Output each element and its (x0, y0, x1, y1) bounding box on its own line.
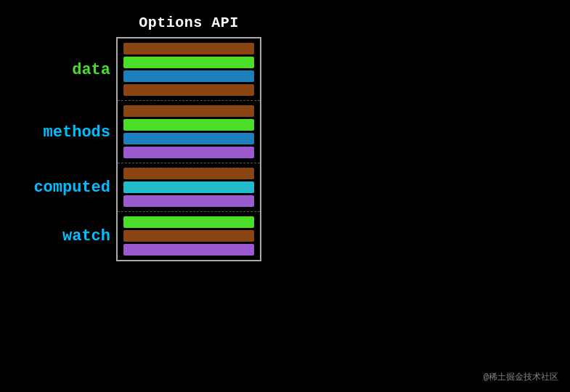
bars-group-data (118, 38, 260, 100)
bar (123, 105, 254, 117)
bar (123, 133, 254, 144)
bar (123, 147, 254, 158)
section-label-watch: watch (30, 227, 110, 245)
section-data: data (118, 38, 260, 100)
bar (123, 216, 254, 228)
bar (123, 43, 254, 54)
watermark-line1: @稀土掘金技术社区 (484, 371, 558, 383)
options-box: data methods computed (116, 37, 261, 261)
bar (123, 244, 254, 256)
section-label-data: data (30, 60, 110, 78)
section-watch: watch (118, 212, 260, 260)
bar (123, 168, 254, 179)
section-methods: methods (118, 101, 260, 163)
bars-group-watch (118, 212, 260, 260)
bar (123, 230, 254, 242)
bar (123, 57, 254, 68)
bars-group-methods (118, 101, 260, 163)
section-computed: computed (118, 163, 260, 211)
diagram-title: Options API (116, 15, 261, 31)
bar (123, 195, 254, 207)
watermark: @稀土掘金技术社区 (484, 371, 558, 383)
section-label-computed: computed (30, 179, 110, 197)
bar (123, 119, 254, 131)
bar (123, 181, 254, 193)
bar (123, 84, 254, 96)
bars-group-computed (118, 163, 260, 211)
diagram-container: Options API data methods (116, 15, 261, 261)
section-label-methods: methods (30, 123, 110, 141)
bar (123, 70, 254, 82)
